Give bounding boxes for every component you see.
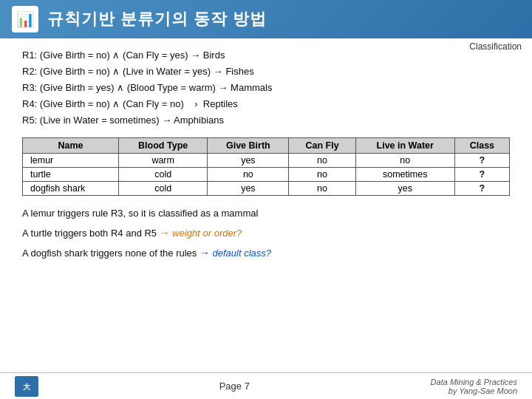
rule-r1: R1: (Give Birth = no) ∧ (Can Fly = yes) … (22, 47, 510, 64)
arrow-icon-orange: → (160, 227, 170, 239)
footer-logo: 大 (15, 376, 38, 397)
cell-class: ? (454, 154, 509, 168)
svg-text:大: 大 (22, 383, 31, 391)
cell-live-in-water: yes (355, 182, 454, 196)
main-content: R1: (Give Birth = no) ∧ (Can Fly = yes) … (0, 38, 532, 270)
page-number: Page 7 (219, 381, 250, 392)
cell-blood-type: warm (119, 154, 208, 168)
rule-r4: R4: (Give Birth = no) ∧ (Can Fly = no) ›… (22, 96, 510, 112)
default-class-text: default class? (213, 248, 272, 259)
cell-blood-type: cold (119, 182, 208, 196)
footer-credit: Data Mining & Practices by Yang-Sae Moon (431, 378, 517, 395)
data-table-wrapper: Name Blood Type Give Birth Can Fly Live … (22, 137, 510, 196)
cell-blood-type: cold (119, 168, 208, 182)
table-row: lemur warm yes no no ? (23, 154, 510, 168)
cell-name: dogfish shark (23, 182, 119, 196)
col-blood-type: Blood Type (119, 138, 208, 154)
credit-line2: by Yang-Sae Moon (449, 386, 517, 395)
rules-section: R1: (Give Birth = no) ∧ (Can Fly = yes) … (22, 47, 510, 129)
col-can-fly: Can Fly (289, 138, 355, 154)
cell-give-birth: yes (208, 154, 289, 168)
cell-can-fly: no (289, 182, 355, 196)
cell-give-birth: no (208, 168, 289, 182)
classification-label: Classification (469, 41, 522, 52)
analysis-dogfish: A dogfish shark triggers none of the rul… (22, 243, 510, 263)
rule-r2: R2: (Give Birth = no) ∧ (Live in Water =… (22, 64, 510, 80)
analysis-turtle: A turtle triggers both R4 and R5 → weigh… (22, 223, 510, 243)
col-live-in-water: Live in Water (355, 138, 454, 154)
arrow-icon-blue: → (200, 247, 210, 259)
data-table: Name Blood Type Give Birth Can Fly Live … (22, 137, 510, 196)
analysis-section: A lemur triggers rule R3, so it is class… (22, 205, 510, 262)
rule-r3: R3: (Give Birth = yes) ∧ (Blood Type = w… (22, 80, 510, 96)
cell-live-in-water: sometimes (355, 168, 454, 182)
cell-give-birth: yes (208, 182, 289, 196)
analysis-lemur: A lemur triggers rule R3, so it is class… (22, 205, 510, 223)
header-icon: 📊 (12, 6, 38, 33)
slide-footer: 大 Page 7 Data Mining & Practices by Yang… (0, 372, 532, 399)
cell-can-fly: no (289, 154, 355, 168)
slide-header: 📊 규칙기반 분류기의 동작 방법 (0, 0, 532, 38)
cell-class: ? (454, 168, 509, 182)
rule-r5: R5: (Live in Water = sometimes) → Amphib… (22, 112, 510, 129)
cell-class: ? (454, 182, 509, 196)
university-logo: 大 (15, 376, 38, 397)
cell-can-fly: no (289, 168, 355, 182)
logo-svg: 大 (16, 378, 37, 395)
cell-live-in-water: no (355, 154, 454, 168)
col-give-birth: Give Birth (208, 138, 289, 154)
col-class: Class (454, 138, 509, 154)
credit-line1: Data Mining & Practices (431, 378, 517, 386)
table-row: dogfish shark cold yes no yes ? (23, 182, 510, 196)
col-name: Name (23, 138, 119, 154)
slide-title: 규칙기반 분류기의 동작 방법 (47, 8, 267, 30)
cell-name: turtle (23, 168, 119, 182)
table-row: turtle cold no no sometimes ? (23, 168, 510, 182)
cell-name: lemur (23, 154, 119, 168)
weight-order-text: weight or order? (172, 228, 242, 239)
